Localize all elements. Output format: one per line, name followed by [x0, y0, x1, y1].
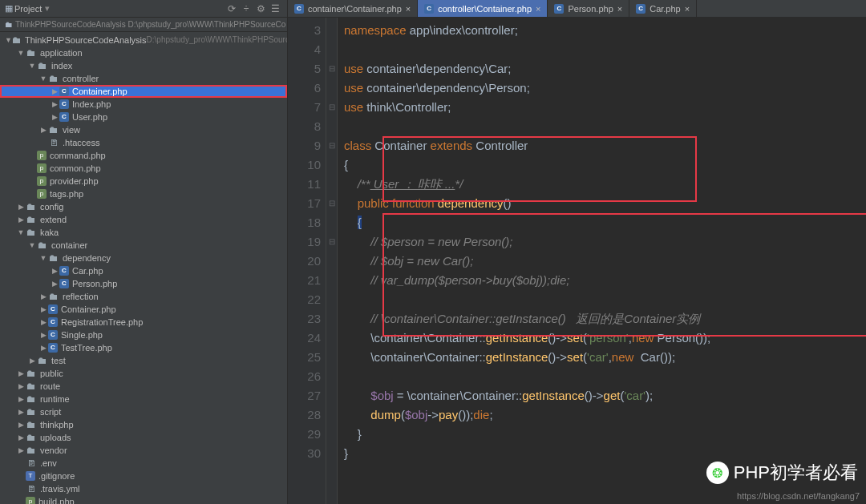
tree-item-index-php[interactable]: ▶Index.php: [0, 98, 287, 111]
tab-controller-container-php[interactable]: controller\Container.php×: [418, 0, 548, 17]
tree-item-command-php[interactable]: command.php: [0, 149, 287, 162]
expand-arrow[interactable]: ▶: [38, 290, 48, 303]
tree-item-script[interactable]: ▶script: [0, 405, 287, 418]
tree-item-kaka[interactable]: ▼kaka: [0, 226, 287, 239]
tree-item-tags-php[interactable]: tags.php: [0, 187, 287, 200]
code-line[interactable]: [344, 117, 866, 136]
tree-item-person-php[interactable]: ▶Person.php: [0, 277, 287, 290]
editor-tabs[interactable]: container\Container.php×controller\Conta…: [288, 0, 866, 18]
code-line[interactable]: }: [344, 425, 866, 444]
tree-item-thinkphp[interactable]: ▶thinkphp: [0, 418, 287, 431]
tree-item-view[interactable]: ▶view: [0, 123, 287, 136]
line-number: 25: [288, 348, 321, 367]
expand-arrow[interactable]: ▶: [50, 98, 59, 111]
tab-person-php[interactable]: Person.php×: [548, 0, 629, 17]
code-line[interactable]: use container\dependency\Car;: [344, 59, 866, 79]
code-body[interactable]: namespace app\index\controller;use conta…: [338, 18, 866, 504]
tree-item-route[interactable]: ▶route: [0, 380, 287, 393]
fold-marker[interactable]: ⊟: [326, 136, 337, 155]
expand-arrow[interactable]: ▶: [16, 418, 26, 431]
tree-item-reflection[interactable]: ▶reflection: [0, 290, 287, 303]
expand-arrow[interactable]: ▼: [16, 46, 26, 59]
tree-item-container[interactable]: ▼container: [0, 239, 287, 252]
expand-arrow[interactable]: ▶: [16, 393, 26, 405]
collapse-icon[interactable]: ☰: [268, 3, 282, 14]
tree-item-provider-php[interactable]: provider.php: [0, 175, 287, 187]
tree-item-application[interactable]: ▼application: [0, 46, 287, 59]
expand-arrow[interactable]: ▶: [16, 431, 26, 444]
expand-arrow[interactable]: ▶: [16, 380, 26, 393]
tree-item-single-php[interactable]: ▶Single.php: [0, 329, 287, 341]
tree-item-container-php[interactable]: ▶Container.php: [0, 85, 287, 98]
tree-item-common-php[interactable]: common.php: [0, 162, 287, 175]
expand-arrow[interactable]: ▼: [27, 59, 37, 72]
close-icon[interactable]: ×: [685, 4, 690, 14]
tree-item-vendor[interactable]: ▶vendor: [0, 444, 287, 457]
tree-item-uploads[interactable]: ▶uploads: [0, 431, 287, 444]
tree-item-user-php[interactable]: ▶User.php: [0, 111, 287, 123]
expand-arrow[interactable]: ▶: [50, 264, 59, 277]
code-line[interactable]: [344, 40, 866, 59]
tree-item-testtree-php[interactable]: ▶TestTree.php: [0, 341, 287, 354]
tree-item-container-php[interactable]: ▶Container.php: [0, 303, 287, 316]
expand-arrow[interactable]: ▶: [38, 316, 48, 329]
code-line[interactable]: use container\dependency\Person;: [344, 79, 866, 98]
tree-item-dependency[interactable]: ▼dependency: [0, 252, 287, 264]
code-line[interactable]: namespace app\index\controller;: [344, 21, 866, 40]
tab-car-php[interactable]: Car.php×: [629, 0, 697, 17]
gear-icon[interactable]: ⚙: [253, 3, 268, 14]
tree-item-config[interactable]: ▶config: [0, 200, 287, 213]
tree-item--env[interactable]: .env: [0, 457, 287, 470]
tree-item-public[interactable]: ▶public: [0, 367, 287, 380]
fold-column[interactable]: ⊟⊟⊟⊟⊟: [326, 18, 338, 504]
tree-item--gitignore[interactable]: .gitignore: [0, 470, 287, 482]
expand-arrow[interactable]: ▶: [16, 213, 26, 226]
fold-marker[interactable]: ⊟: [326, 194, 337, 213]
expand-arrow[interactable]: ▼: [27, 239, 37, 252]
expand-arrow[interactable]: ▶: [16, 405, 26, 418]
expand-arrow[interactable]: ▶: [50, 85, 59, 98]
expand-arrow[interactable]: ▼: [38, 72, 48, 85]
close-icon[interactable]: ×: [406, 4, 411, 14]
tab-container-container-php[interactable]: container\Container.php×: [288, 0, 418, 17]
expand-arrow[interactable]: ▶: [16, 367, 26, 380]
close-icon[interactable]: ×: [536, 4, 540, 14]
expand-arrow[interactable]: ▶: [50, 111, 59, 123]
tree-item-build-php[interactable]: build.php: [0, 495, 287, 504]
expand-arrow[interactable]: ▼: [38, 252, 48, 264]
code-line[interactable]: use think\Controller;: [344, 98, 866, 117]
tree-item--travis-yml[interactable]: .travis.yml: [0, 482, 287, 495]
divide-icon[interactable]: ÷: [239, 3, 253, 14]
fold-marker[interactable]: ⊟: [326, 59, 337, 79]
tree-item-runtime[interactable]: ▶runtime: [0, 393, 287, 405]
expand-arrow[interactable]: ▼: [16, 226, 26, 239]
tree-item-registrationtree-php[interactable]: ▶RegistrationTree.php: [0, 316, 287, 329]
code-line[interactable]: dump($obj->pay());die;: [344, 405, 866, 425]
sync-icon[interactable]: ⟳: [225, 3, 239, 14]
expand-arrow[interactable]: ▶: [38, 303, 48, 316]
expand-arrow[interactable]: ▶: [16, 444, 26, 457]
tree-item-controller[interactable]: ▼controller: [0, 72, 287, 85]
expand-arrow[interactable]: ▶: [50, 277, 59, 290]
code-editor[interactable]: 345678910111718192021222324252627282930 …: [288, 18, 866, 504]
tree-item-thinkphpsourcecodeanalysis[interactable]: ▼ThinkPHPSourceCodeAnalysis D:\phpstudy_…: [0, 34, 287, 46]
file-tree[interactable]: ▼ThinkPHPSourceCodeAnalysis D:\phpstudy_…: [0, 32, 287, 504]
fold-marker[interactable]: ⊟: [326, 232, 337, 252]
code-line[interactable]: \container\Container::getInstance()->set…: [344, 348, 866, 367]
tree-item-car-php[interactable]: ▶Car.php: [0, 264, 287, 277]
expand-arrow[interactable]: ▶: [38, 329, 48, 341]
expand-arrow[interactable]: ▶: [38, 123, 48, 136]
expand-arrow[interactable]: ▶: [27, 354, 37, 367]
tree-item-index[interactable]: ▼index: [0, 59, 287, 72]
expand-arrow[interactable]: ▶: [38, 341, 48, 354]
expand-arrow[interactable]: ▼: [5, 34, 12, 46]
highlight-box-1: [382, 136, 697, 202]
tree-item-test[interactable]: ▶test: [0, 354, 287, 367]
expand-arrow[interactable]: ▶: [16, 200, 26, 213]
code-line[interactable]: $obj = \container\Container::getInstance…: [344, 386, 866, 405]
code-line[interactable]: [344, 367, 866, 386]
tree-item-extend[interactable]: ▶extend: [0, 213, 287, 226]
fold-marker[interactable]: ⊟: [326, 98, 337, 117]
tree-item--htaccess[interactable]: .htaccess: [0, 136, 287, 149]
close-icon[interactable]: ×: [617, 4, 622, 14]
